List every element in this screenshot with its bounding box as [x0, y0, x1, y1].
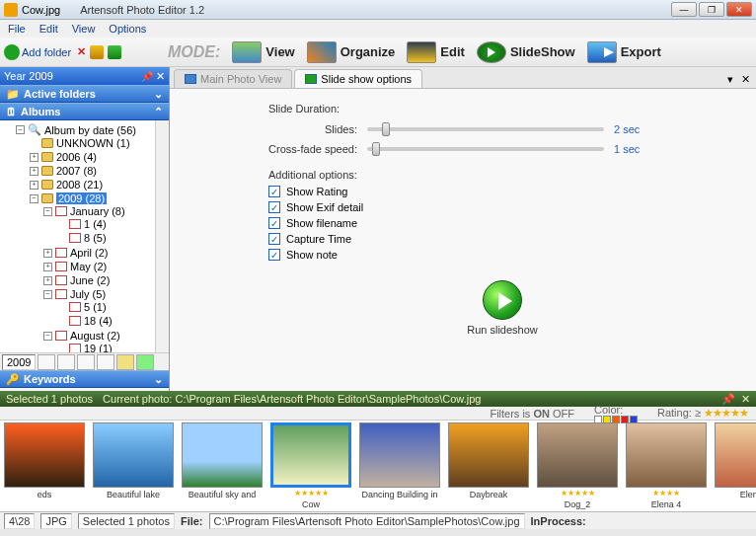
app-title: Artensoft Photo Editor 1.2 [80, 4, 671, 16]
pin-icon[interactable]: 📌 [141, 71, 153, 82]
thumb-item[interactable]: Daybreak [448, 422, 529, 499]
selbar-close-icon[interactable]: ✕ [741, 393, 750, 406]
close-button[interactable]: ✕ [726, 2, 752, 17]
panel-keywords[interactable]: 🔑Keywords⌄ [0, 370, 169, 388]
menubar: File Edit View Options [0, 20, 756, 38]
chevron-up-icon: ⌃ [154, 106, 163, 118]
maximize-button[interactable]: ❐ [699, 2, 724, 17]
year-btn-5[interactable] [116, 354, 134, 370]
selbar-pin-icon[interactable]: 📌 [721, 393, 735, 406]
slideshow-icon [477, 41, 506, 63]
rating-filter[interactable]: ★★★★★ [704, 407, 748, 419]
checkbox-note[interactable]: ✓ [268, 249, 280, 261]
menu-file[interactable]: File [8, 23, 26, 35]
left-panel: Year 2009 📌 ✕ 📁Active folders⌄ 🗓Albums⌃ … [0, 67, 170, 391]
slides-slider[interactable] [367, 127, 604, 131]
status-ext: JPG [40, 513, 71, 529]
close-panel-icon[interactable]: ✕ [156, 70, 165, 82]
status-page: 4\28 [4, 513, 35, 529]
title-file: Cow.jpg [22, 4, 60, 16]
year-btn-4[interactable] [97, 354, 114, 370]
mode-view[interactable]: View [226, 39, 300, 65]
panel-active-folders[interactable]: 📁Active folders⌄ [0, 85, 169, 103]
album-tree[interactable]: −🔍Album by date (56) UNKNOWN (1) +2006 (… [0, 120, 169, 352]
status-bar: 4\28 JPG Selected 1 photos File: C:\Prog… [0, 511, 756, 529]
refresh-right-icon[interactable] [108, 45, 121, 59]
thumb-item[interactable]: Elena 5 [715, 422, 756, 499]
crossfade-slider[interactable] [367, 147, 604, 151]
thumb-item[interactable]: Beautiful sky and [182, 422, 263, 499]
checkbox-capture[interactable]: ✓ [268, 233, 280, 245]
selection-bar: Selected 1 photos Current photo: C:\Prog… [0, 391, 756, 407]
selected-count: Selected 1 photos [6, 393, 93, 405]
slides-value: 2 sec [614, 123, 640, 135]
crossfade-value: 1 sec [614, 143, 640, 155]
right-panel: Main Photo View Slide show options ▾✕ Sl… [170, 67, 756, 391]
chevron-down-icon: ⌄ [154, 88, 163, 101]
photo-icon [185, 74, 196, 84]
add-icon [4, 44, 20, 60]
tab-menu-icon[interactable]: ▾ [725, 71, 735, 88]
menu-view[interactable]: View [72, 23, 96, 35]
chevron-down-icon: ⌄ [154, 373, 163, 386]
year-btn-6[interactable] [136, 354, 154, 370]
app-file-icon [4, 3, 18, 17]
year-btn-1[interactable] [38, 354, 55, 370]
slideshow-options: Slide Duration: Slides: 2 sec Cross-fade… [170, 89, 756, 391]
panel-albums[interactable]: 🗓Albums⌃ [0, 103, 169, 120]
mode-slideshow[interactable]: SlideShow [471, 39, 581, 65]
year-label: Year 2009 [4, 70, 53, 82]
filter-off[interactable]: OFF [553, 408, 574, 420]
year-value: 2009 [2, 354, 36, 370]
additional-group: Additional options: [268, 169, 736, 182]
filter-on[interactable]: ON [533, 408, 550, 420]
menu-options[interactable]: Options [109, 23, 146, 35]
tab-main-view[interactable]: Main Photo View [174, 69, 292, 88]
view-icon [232, 41, 262, 63]
mode-edit[interactable]: Edit [401, 39, 471, 65]
status-selected: Selected 1 photos [78, 513, 175, 529]
delete-icon[interactable]: ✕ [77, 45, 86, 58]
slides-label: Slides: [268, 123, 357, 135]
year-bar: Year 2009 📌 ✕ [0, 67, 169, 85]
run-slideshow-button[interactable] [483, 280, 522, 320]
export-icon [587, 41, 617, 63]
thumb-item[interactable]: ★★★★★Cow [270, 422, 351, 509]
checkbox-filename[interactable]: ✓ [268, 217, 280, 229]
thumb-item[interactable]: Dancing Building in [359, 422, 440, 499]
minimize-button[interactable]: — [671, 2, 697, 17]
slide-icon [305, 74, 317, 84]
year-slider[interactable]: 2009 [0, 352, 169, 370]
thumb-item[interactable]: ★★★★Elena 4 [626, 422, 707, 509]
current-photo: Current photo: C:\Program Files\Artensof… [103, 393, 481, 405]
year-btn-3[interactable] [77, 354, 95, 370]
mode-label: MODE: [168, 43, 220, 61]
mode-organize[interactable]: Organize [301, 39, 402, 65]
tab-slideshow-options[interactable]: Slide show options [294, 69, 422, 88]
edit-icon [407, 41, 436, 63]
tabs: Main Photo View Slide show options ▾✕ [170, 67, 756, 89]
status-inprocess: InProcess: [531, 515, 586, 527]
duration-group: Slide Duration: [268, 103, 736, 115]
tab-close-icon[interactable]: ✕ [739, 71, 752, 88]
refresh-left-icon[interactable] [90, 45, 104, 59]
thumb-item[interactable]: Beautiful lake [93, 422, 174, 499]
titlebar: Cow.jpg Artensoft Photo Editor 1.2 — ❐ ✕ [0, 0, 756, 20]
thumb-item[interactable]: ★★★★★Dog_2 [537, 422, 618, 509]
status-file-path: C:\Program Files\Artensoft Photo Editor\… [209, 513, 525, 529]
year-btn-2[interactable] [57, 354, 75, 370]
crossfade-label: Cross-fade speed: [268, 143, 357, 155]
thumbnail-strip[interactable]: eds Beautiful lake Beautiful sky and ★★★… [0, 421, 756, 511]
tree-selected: 2009 (28) [56, 192, 107, 204]
tree-scrollbar[interactable] [155, 120, 169, 352]
add-folder-button[interactable]: Add folder [22, 46, 71, 58]
checkbox-rating[interactable]: ✓ [268, 186, 280, 197]
filter-row: Filters is ON OFF Color: Rating: ≥ ★★★★★ [0, 407, 756, 421]
menu-edit[interactable]: Edit [39, 23, 58, 35]
mode-export[interactable]: Export [581, 39, 667, 65]
run-slideshow-label: Run slideshow [268, 324, 736, 336]
thumb-item[interactable]: eds [4, 422, 85, 499]
checkbox-exif[interactable]: ✓ [268, 201, 280, 213]
toolbar: Add folder ✕ MODE: View Organize Edit Sl… [0, 38, 756, 67]
tree-collapse-icon[interactable]: − [16, 125, 25, 134]
